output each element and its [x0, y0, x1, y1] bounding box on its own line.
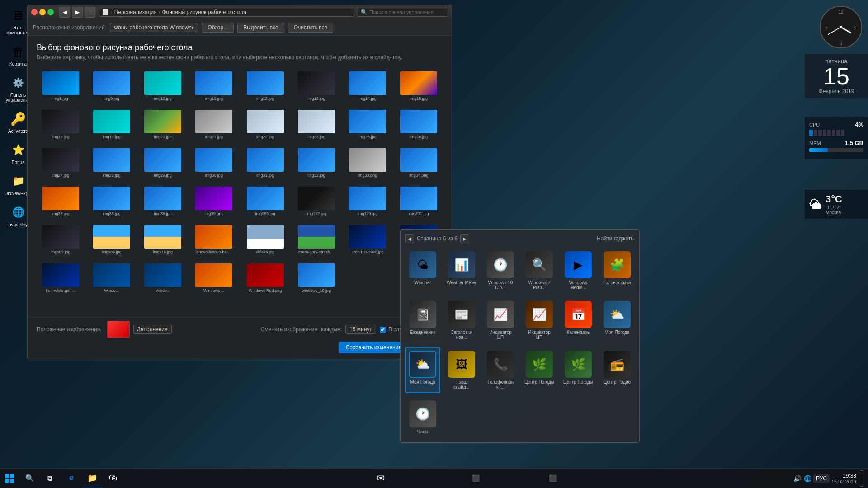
gadget-item-12[interactable]: ⛅Моя Погода — [405, 347, 440, 393]
image-item-22[interactable]: img33.png — [344, 145, 392, 180]
image-item-17[interactable]: img28.jpg — [88, 145, 135, 180]
image-item-36[interactable]: oblaka.jpg — [241, 222, 289, 257]
task-view-button[interactable]: ⧉ — [40, 469, 60, 488]
image-item-12[interactable]: img22.jpg — [241, 107, 289, 142]
image-item-20[interactable]: img31.jpg — [241, 145, 289, 180]
gadget-prev-button[interactable]: ◀ — [405, 234, 414, 243]
image-name-41: Windo... — [104, 288, 119, 293]
image-item-24[interactable]: img35.jpg — [37, 184, 84, 219]
back-button[interactable]: ◀ — [59, 7, 70, 18]
image-item-41[interactable]: Windo... — [88, 261, 135, 296]
random-checkbox[interactable] — [380, 327, 386, 333]
gadget-item-2[interactable]: 🕐Windows 10 Clo... — [483, 248, 518, 294]
image-item-7[interactable]: img15.jpg — [395, 69, 443, 103]
breadcrumb-personalization[interactable]: Персонализация — [114, 9, 157, 15]
image-item-40[interactable]: tron-white-girl-... — [37, 261, 84, 296]
gadget-name-13: Показ слайд... — [447, 380, 476, 389]
image-item-38[interactable]: Tron HD-1920.jpg — [344, 222, 392, 257]
volume-icon[interactable]: 🔊 — [793, 475, 801, 482]
image-item-32[interactable]: imgx02.jpg — [37, 222, 84, 257]
image-item-3[interactable]: img11.jpg — [190, 69, 238, 103]
image-item-43[interactable]: Windows ... — [190, 261, 238, 296]
image-item-33[interactable]: imgx09.jpg — [88, 222, 135, 257]
image-item-14[interactable]: img25.jpg — [344, 107, 392, 142]
image-item-18[interactable]: img29.jpg — [139, 145, 187, 180]
gadget-item-11[interactable]: ⛅Моя Погода — [599, 297, 635, 343]
clear-all-button[interactable]: Очистить все — [288, 23, 333, 33]
maximize-button[interactable] — [47, 9, 54, 15]
gadget-item-13[interactable]: 🖼Показ слайд... — [444, 347, 479, 393]
fill-value[interactable]: Заполнение — [133, 325, 172, 334]
image-item-27[interactable]: img39.png — [190, 184, 238, 219]
image-item-30[interactable]: img129.jpg — [344, 184, 392, 219]
gadget-item-1[interactable]: 📊Weather Meter — [444, 248, 479, 294]
image-item-9[interactable]: img19.jpg — [88, 107, 135, 142]
image-item-0[interactable]: img8.jpg — [37, 69, 84, 103]
image-grid-container[interactable]: img8.jpgimg9.jpgimg10.jpgimg11.jpgimg12.… — [28, 64, 452, 317]
image-item-15[interactable]: img26.jpg — [395, 107, 443, 142]
image-item-23[interactable]: img34.png — [395, 145, 443, 180]
image-item-45[interactable]: windows_10.jpg — [292, 261, 340, 296]
image-item-10[interactable]: img20.jpg — [139, 107, 187, 142]
image-item-2[interactable]: img10.jpg — [139, 69, 187, 103]
image-item-25[interactable]: img36.jpg — [88, 184, 135, 219]
gadget-item-8[interactable]: 📈Индикатор ЦП — [483, 297, 518, 343]
image-item-19[interactable]: img30.jpg — [190, 145, 238, 180]
image-item-16[interactable]: img27.jpg — [37, 145, 84, 180]
image-item-1[interactable]: img9.jpg — [88, 69, 135, 103]
image-item-11[interactable]: img21.jpg — [190, 107, 238, 142]
image-item-34[interactable]: imgx16.jpg — [139, 222, 187, 257]
taskbar-app2[interactable]: ⬛ — [542, 469, 562, 488]
location-dropdown[interactable]: Фоны рабочего стола Windows ▾ — [110, 23, 198, 32]
gadget-item-3[interactable]: 🔍Windows 7 Plati... — [522, 248, 557, 294]
gadget-item-14[interactable]: 📞Телефонная кн... — [483, 347, 518, 393]
close-button[interactable] — [31, 9, 38, 15]
image-item-13[interactable]: img23.jpg — [292, 107, 340, 142]
gadget-item-4[interactable]: ▶Windows Media... — [561, 248, 596, 294]
gadget-item-6[interactable]: 📓Ежедневник — [405, 297, 440, 343]
gadget-item-0[interactable]: 🌤Weather — [405, 248, 440, 294]
image-item-37[interactable]: ozero-gory-otrash enie-priroda-348... — [292, 222, 340, 257]
gadget-next-button[interactable]: ▶ — [460, 234, 469, 243]
taskbar-search-button[interactable]: 🔍 — [20, 469, 40, 488]
taskbar-explorer[interactable]: 📁 — [82, 469, 102, 488]
image-item-31[interactable]: img301.jpg — [395, 184, 443, 219]
gadget-item-9[interactable]: 📈Индикатор ЦП — [522, 297, 557, 343]
taskbar-ie[interactable]: e — [61, 469, 81, 488]
image-item-28[interactable]: img069.jpg — [241, 184, 289, 219]
image-item-44[interactable]: Windows Red.png — [241, 261, 289, 296]
language-indicator[interactable]: РУС — [813, 474, 830, 483]
gadget-item-7[interactable]: 📰Заголовки нов... — [444, 297, 479, 343]
breadcrumb-current[interactable]: Фоновый рисунок рабочего стола — [162, 9, 246, 15]
browse-button[interactable]: Обзор... — [202, 23, 234, 33]
taskbar-app1[interactable]: ⬛ — [466, 469, 486, 488]
gadget-item-17[interactable]: 📻Центр Радио — [599, 347, 635, 393]
up-button[interactable]: ↑ — [85, 7, 95, 18]
image-item-21[interactable]: img32.jpg — [292, 145, 340, 180]
time-selector[interactable]: 15 минут — [345, 325, 376, 334]
image-item-29[interactable]: img122.jpg — [292, 184, 340, 219]
network-icon[interactable]: 🌐 — [804, 475, 811, 482]
taskbar-mail[interactable]: ✉ — [371, 469, 391, 488]
gadget-item-15[interactable]: 🌿Центр Погоды — [522, 347, 557, 393]
taskbar-store[interactable]: 🛍 — [103, 469, 123, 488]
image-item-6[interactable]: img14.jpg — [344, 69, 392, 103]
image-item-42[interactable]: Windo... — [139, 261, 187, 296]
gadget-item-5[interactable]: 🧩Головоломка — [599, 248, 635, 294]
image-item-26[interactable]: img38.jpg — [139, 184, 187, 219]
gadget-item-18[interactable]: 🕐Часы — [405, 397, 440, 438]
image-grid: img8.jpgimg9.jpgimg10.jpgimg11.jpgimg12.… — [37, 69, 443, 296]
start-button[interactable] — [0, 469, 20, 488]
image-item-5[interactable]: img13.jpg — [292, 69, 340, 103]
image-item-35[interactable]: lenovo-lenovo-be ly-logotip.jpg — [190, 222, 238, 257]
gadget-item-10[interactable]: 📅Календарь — [561, 297, 596, 343]
image-item-8[interactable]: img16.jpg — [37, 107, 84, 142]
gadget-item-16[interactable]: 🌿Центр Погоды — [561, 347, 596, 393]
minimize-button[interactable] — [39, 9, 46, 15]
select-all-button[interactable]: Выделить все — [237, 23, 284, 33]
save-button[interactable]: Сохранить изменения — [339, 342, 409, 353]
image-item-4[interactable]: img12.jpg — [241, 69, 289, 103]
breadcrumb-root[interactable]: ⬜ — [102, 9, 109, 15]
show-desktop-button[interactable] — [860, 470, 863, 487]
forward-button[interactable]: ▶ — [72, 7, 83, 18]
